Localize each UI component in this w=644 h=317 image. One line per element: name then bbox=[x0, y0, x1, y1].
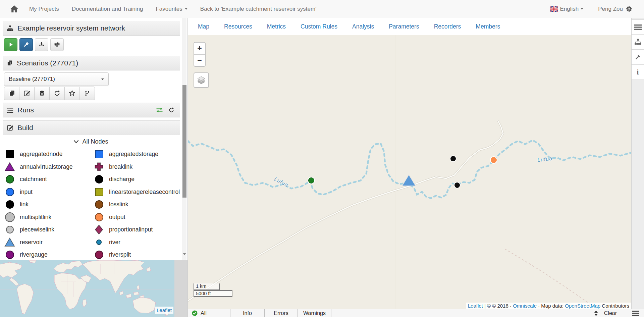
settings-button[interactable] bbox=[50, 38, 64, 51]
refresh-runs-icon[interactable] bbox=[168, 107, 174, 113]
trash-icon bbox=[39, 90, 45, 97]
node-type-rivergauge[interactable]: rivergauge bbox=[4, 249, 93, 261]
node-type-riversplit[interactable]: riversplit bbox=[93, 249, 182, 261]
log-filter-errors[interactable]: Errors bbox=[265, 309, 298, 317]
language-selector[interactable]: English bbox=[550, 6, 584, 12]
home-icon[interactable] bbox=[10, 5, 18, 13]
tab-map[interactable]: Map bbox=[198, 23, 209, 30]
branch-scenario-button[interactable] bbox=[79, 87, 95, 100]
nav-link[interactable]: My Projects bbox=[29, 6, 59, 12]
map-canvas[interactable]: LufuaLufua + − 1 km 5000 ft Leaflet | © … bbox=[188, 35, 631, 309]
aggregatednode-symbol-icon bbox=[4, 150, 15, 158]
node-type-reservoir[interactable]: reservoir bbox=[4, 236, 93, 249]
node-type-proportionalinput[interactable]: proportionalinput bbox=[93, 223, 182, 236]
scale-metric: 1 km bbox=[194, 283, 220, 290]
nav-link[interactable]: Favourites bbox=[156, 6, 187, 12]
node-type-losslink[interactable]: losslink bbox=[93, 198, 182, 211]
tab-custom-rules[interactable]: Custom Rules bbox=[301, 23, 337, 30]
node-type-annualvirtualstorage[interactable]: annualvirtualstorage bbox=[4, 161, 93, 173]
menu-panel-button[interactable] bbox=[632, 19, 644, 35]
log-filter-all[interactable]: All bbox=[188, 309, 230, 317]
hamburger-icon bbox=[634, 24, 642, 30]
scenario-select[interactable]: Baseline (277071) bbox=[4, 72, 109, 86]
nav-link[interactable]: Back to 'Example catchment reservoir sys… bbox=[200, 6, 317, 12]
tab-members[interactable]: Members bbox=[476, 23, 500, 30]
overview-minimap[interactable]: Leaflet bbox=[0, 260, 174, 317]
tasks-icon bbox=[7, 107, 13, 113]
tab-metrics[interactable]: Metrics bbox=[267, 23, 286, 30]
node-type-input[interactable]: input bbox=[4, 186, 93, 199]
link-node-marker[interactable] bbox=[454, 182, 460, 188]
network-tree-button[interactable] bbox=[632, 35, 644, 50]
tab-resources[interactable]: Resources bbox=[224, 23, 252, 30]
tab-parameters[interactable]: Parameters bbox=[389, 23, 419, 30]
node-type-catchment[interactable]: catchment bbox=[4, 173, 93, 186]
scrollbar-down-arrow[interactable] bbox=[183, 253, 186, 255]
star-icon bbox=[69, 90, 75, 97]
nav-links: My ProjectsDocumentation and TrainingFav… bbox=[29, 6, 316, 12]
favourite-scenario-button[interactable] bbox=[64, 87, 80, 100]
node-type-piecewiselink[interactable]: piecewiselink bbox=[4, 223, 93, 236]
node-type-breaklink[interactable]: breaklink bbox=[93, 161, 182, 173]
layers-control[interactable] bbox=[194, 72, 209, 88]
run-button[interactable] bbox=[4, 38, 17, 51]
tab-recorders[interactable]: Recorders bbox=[434, 23, 461, 30]
filter-label: Info bbox=[243, 310, 252, 316]
attribution-link[interactable]: OpenStreetMap bbox=[565, 303, 600, 309]
node-type-label: annualvirtualstorage bbox=[20, 163, 73, 170]
reservoir-node-marker[interactable] bbox=[402, 174, 416, 186]
delete-scenario-button[interactable] bbox=[34, 87, 50, 100]
runs-actions bbox=[155, 107, 176, 113]
zoom-in-button[interactable]: + bbox=[194, 43, 205, 54]
caret-down-icon bbox=[185, 8, 187, 10]
all-nodes-toggle[interactable]: All Nodes bbox=[0, 136, 182, 147]
wrench-icon bbox=[23, 41, 30, 48]
attribution-link[interactable]: Omniscale bbox=[513, 303, 537, 309]
rivergauge-symbol-icon bbox=[4, 251, 15, 259]
aggregatedstorage-symbol-icon bbox=[93, 150, 105, 158]
node-type-label: proportionalinput bbox=[109, 226, 153, 233]
download-button[interactable] bbox=[35, 38, 48, 51]
scenario-selected: Baseline (277071) bbox=[9, 76, 55, 83]
log-filter-info[interactable]: Info bbox=[230, 309, 265, 317]
tools-button[interactable] bbox=[19, 38, 33, 51]
node-type-link[interactable]: link bbox=[4, 198, 93, 211]
attribution-link[interactable]: Leaflet bbox=[468, 303, 483, 309]
tab-analysis[interactable]: Analysis bbox=[352, 23, 374, 30]
scenarios-title: Scenarios (277071) bbox=[17, 59, 78, 67]
sitemap-icon bbox=[7, 25, 13, 32]
clone-scenario-button[interactable] bbox=[4, 87, 19, 100]
node-type-label: multisplitlink bbox=[20, 214, 51, 221]
node-type-linearstoragereleasecontrol[interactable]: linearstoragereleasecontrol bbox=[93, 186, 182, 199]
link-node-marker[interactable] bbox=[450, 156, 456, 161]
node-type-output[interactable]: output bbox=[93, 211, 182, 224]
leaflet-attribution-link[interactable]: Leaflet bbox=[155, 307, 173, 314]
edit-scenario-button[interactable] bbox=[19, 87, 35, 100]
catchment-node-marker[interactable] bbox=[308, 177, 314, 183]
clear-log-button[interactable]: Clear bbox=[604, 310, 617, 316]
nav-link[interactable]: Documentation and Training bbox=[72, 6, 143, 12]
node-type-discharge[interactable]: discharge bbox=[93, 173, 182, 186]
log-filter-warnings[interactable]: Warnings bbox=[298, 309, 331, 317]
code-branch-icon bbox=[84, 90, 90, 97]
sidebar-scrollbar[interactable] bbox=[182, 18, 186, 260]
log-menu-button[interactable] bbox=[629, 311, 642, 316]
node-type-label: catchment bbox=[20, 176, 47, 183]
node-type-aggregatedstorage[interactable]: aggregatedstorage bbox=[93, 148, 182, 161]
refresh-scenario-button[interactable] bbox=[49, 87, 65, 100]
node-type-label: riversplit bbox=[109, 251, 131, 258]
node-type-river[interactable]: river bbox=[93, 236, 182, 249]
compare-runs-icon[interactable] bbox=[155, 107, 164, 113]
sort-icon[interactable] bbox=[594, 310, 598, 316]
node-type-aggregatednode[interactable]: aggregatednode bbox=[4, 148, 93, 161]
output-node-marker[interactable] bbox=[491, 157, 497, 163]
scrollbar-thumb[interactable] bbox=[182, 85, 186, 198]
node-type-multisplitlink[interactable]: multisplitlink bbox=[4, 211, 93, 224]
info-panel-button[interactable]: i bbox=[632, 65, 644, 80]
user-menu[interactable]: Peng Zou bbox=[598, 5, 633, 12]
zoom-out-button[interactable]: − bbox=[194, 54, 205, 66]
link-symbol-icon bbox=[4, 200, 15, 209]
wrench-icon bbox=[634, 54, 641, 61]
node-type-label: breaklink bbox=[109, 163, 132, 170]
tools-panel-button[interactable] bbox=[632, 50, 644, 65]
